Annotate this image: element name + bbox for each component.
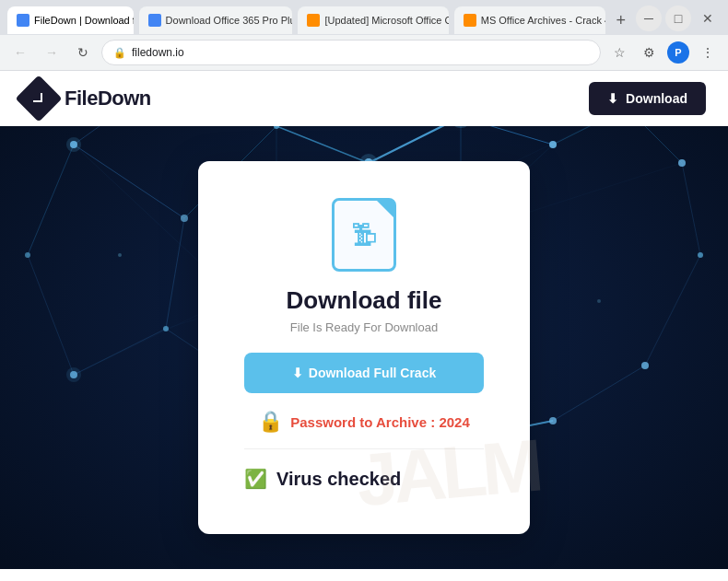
navbar-download-label: Download [626, 91, 687, 106]
forward-button[interactable]: → [39, 40, 65, 65]
tab-label-3: [Updated] Microsoft Office Cra... [324, 15, 448, 26]
maximize-button[interactable]: □ [665, 6, 691, 31]
download-full-label: Download Full Crack [309, 366, 436, 380]
lock-icon: 🔒 [113, 47, 126, 59]
password-text: Password to Archive : 2024 [290, 414, 470, 430]
file-icon-container: 🗜 [244, 198, 484, 272]
extensions-icon[interactable]: ⚙ [636, 40, 662, 65]
browser-right-icons: ☆ ⚙ P ⋮ [606, 40, 721, 65]
card-subtitle: File Is Ready For Download [244, 320, 484, 334]
reload-button[interactable]: ↻ [70, 40, 96, 65]
logo-diamond [16, 76, 63, 122]
site-logo: FileDown [22, 82, 151, 115]
tab-favicon-4 [464, 14, 476, 27]
card-overlay: JALM 🗜 Download file File Is Ready For D… [0, 126, 728, 569]
site-navbar: FileDown ⬇ Download [0, 71, 728, 126]
back-button[interactable]: ← [7, 40, 33, 65]
window-controls: ─ □ ✕ [636, 6, 721, 35]
download-full-icon: ⬇ [292, 366, 303, 380]
address-bar[interactable]: 🔒 filedown.io [101, 40, 601, 65]
menu-icon[interactable]: ⋮ [695, 40, 721, 65]
lock-red-icon: 🔒 [258, 410, 283, 434]
bookmarks-icon[interactable]: ☆ [606, 40, 632, 65]
navbar-download-button[interactable]: ⬇ Download [589, 82, 706, 115]
tab-favicon-1 [148, 14, 161, 27]
tab-label-2: FileDown | Download file [34, 15, 134, 26]
profile-avatar: P [667, 41, 689, 64]
profile-icon[interactable]: P [665, 40, 691, 65]
navbar-download-icon: ⬇ [607, 91, 618, 106]
checkmark-icon: ✅ [244, 468, 267, 490]
tab-1[interactable]: Download Office 365 Pro Plus f... × [139, 6, 293, 34]
main-card: JALM 🗜 Download file File Is Ready For D… [198, 161, 530, 534]
tab-favicon-3 [307, 14, 320, 27]
tab-4[interactable]: MS Office Archives - Crack 4 PC × [454, 6, 606, 34]
site-logo-text: FileDown [65, 87, 151, 110]
download-full-button[interactable]: ⬇ Download Full Crack [244, 353, 484, 393]
browser-chrome: FileDown | Download file × Download Offi… [0, 0, 728, 71]
tab-active[interactable]: FileDown | Download file × [7, 6, 134, 34]
close-window-button[interactable]: ✕ [695, 6, 721, 31]
page-content: FileDown ⬇ Download JALM 🗜 Download file… [0, 71, 728, 569]
tab-favicon-2 [17, 14, 29, 27]
address-bar-row: ← → ↻ 🔒 filedown.io ☆ ⚙ P ⋮ [0, 35, 728, 70]
virus-text: Virus checked [276, 469, 401, 490]
address-text: filedown.io [132, 46, 589, 59]
title-bar: FileDown | Download file × Download Offi… [0, 0, 728, 35]
new-tab-button[interactable]: + [611, 7, 630, 33]
card-title: Download file [244, 286, 484, 315]
file-icon: 🗜 [332, 198, 396, 272]
minimize-button[interactable]: ─ [636, 6, 662, 31]
tab-3[interactable]: [Updated] Microsoft Office Cra... × [298, 6, 448, 34]
tab-label-4: MS Office Archives - Crack 4 PC [481, 15, 606, 26]
virus-row: ✅ Virus checked [244, 460, 484, 497]
background-network: FileDown ⬇ Download JALM 🗜 Download file… [0, 71, 728, 569]
logo-diamond-inner [33, 93, 42, 102]
tab-label-1: Download Office 365 Pro Plus f... [166, 15, 293, 26]
divider [244, 448, 484, 449]
password-row: 🔒 Password to Archive : 2024 [244, 410, 484, 434]
zip-icon: 🗜 [351, 220, 377, 250]
